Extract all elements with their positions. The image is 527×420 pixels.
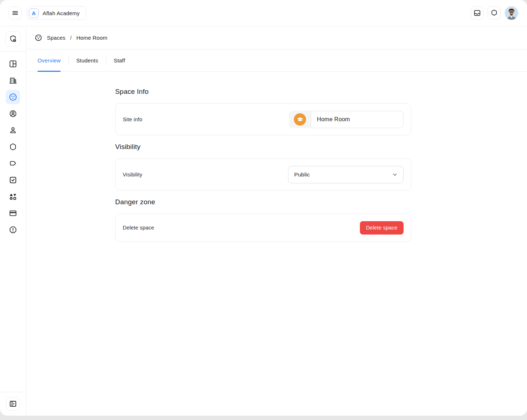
space-name-input[interactable] — [311, 111, 404, 128]
sidebar-item-spaces[interactable] — [6, 90, 20, 104]
graduation-cap-icon — [296, 115, 304, 123]
tab-students[interactable]: Students — [69, 49, 106, 71]
sidebar-item-tasks[interactable] — [6, 173, 20, 187]
topbar: A Aflah Academy — [0, 0, 527, 26]
space-emoji-badge — [294, 113, 306, 126]
delete-space-label: Delete space — [123, 225, 154, 231]
menu-button[interactable] — [9, 6, 22, 19]
sidebar-item-categories[interactable] — [6, 189, 20, 204]
visibility-selected-value: Public — [294, 171, 310, 178]
chevron-down-icon — [392, 171, 398, 178]
sidebar-item-programs[interactable] — [6, 140, 20, 154]
user-circle-icon — [9, 109, 17, 118]
org-logo: A — [29, 8, 39, 18]
sidebar-item-staff[interactable] — [6, 123, 20, 137]
spaces-icon — [8, 92, 18, 102]
sidebar-item-reports[interactable] — [6, 223, 20, 237]
notifications-button[interactable] — [488, 6, 501, 19]
breadcrumb-current: Home Room — [76, 35, 107, 41]
panel-expand-icon — [9, 399, 17, 408]
settings-content: Space Info Site info — [26, 72, 527, 416]
space-info-title: Space Info — [115, 88, 518, 96]
visibility-label: Visibility — [123, 172, 142, 178]
main-area: Spaces / Home Room Overview Students Sta… — [26, 26, 527, 416]
visibility-title: Visibility — [115, 143, 518, 151]
space-name-input-group — [289, 111, 404, 128]
task-checkbox-icon — [9, 176, 17, 184]
site-info-label: Site info — [123, 117, 142, 122]
tag-icon — [9, 159, 17, 168]
tabs: Overview Students Staff — [26, 49, 527, 72]
menu-icon — [12, 9, 19, 17]
hexagon-notifications-icon — [490, 9, 498, 17]
person-icon — [9, 126, 17, 135]
shapes-icon — [9, 192, 17, 201]
tab-overview[interactable]: Overview — [30, 49, 68, 71]
rail-nav — [6, 52, 20, 237]
layout-dashboard-icon — [9, 60, 17, 68]
tab-staff[interactable]: Staff — [106, 49, 133, 71]
visibility-select[interactable]: Public — [288, 166, 404, 183]
danger-zone-title: Danger zone — [115, 198, 518, 206]
org-switcher-button[interactable]: A Aflah Academy — [27, 6, 86, 20]
space-icon-button[interactable] — [289, 111, 311, 128]
collapse-sidebar-button[interactable] — [6, 397, 20, 411]
sidebar-item-billing[interactable] — [6, 206, 20, 220]
space-info-card: Site info — [115, 103, 411, 135]
spaces-icon — [34, 34, 43, 42]
building-icon — [9, 76, 17, 85]
danger-zone-card: Delete space Delete space — [115, 214, 411, 242]
delete-space-button[interactable]: Delete space — [360, 221, 404, 235]
shield-admin-icon — [9, 35, 17, 43]
app-window: A Aflah Academy — [0, 0, 527, 416]
topbar-right — [471, 6, 518, 20]
breadcrumb-separator: / — [70, 35, 71, 41]
user-avatar[interactable] — [505, 6, 518, 20]
admin-context-button[interactable] — [5, 31, 21, 47]
inbox-button[interactable] — [471, 6, 484, 19]
breadcrumb: Spaces / Home Room — [26, 26, 527, 49]
credit-card-icon — [9, 209, 17, 218]
visibility-card: Visibility Public — [115, 158, 411, 191]
shell: Spaces / Home Room Overview Students Sta… — [0, 26, 527, 416]
sidebar-rail — [0, 26, 26, 416]
alert-octagon-icon — [9, 226, 17, 234]
inbox-icon — [473, 9, 481, 17]
sidebar-item-dashboard[interactable] — [6, 57, 20, 71]
hexagon-icon — [9, 143, 17, 151]
sidebar-item-organization[interactable] — [6, 73, 20, 88]
org-logo-letter: A — [32, 10, 36, 16]
breadcrumb-spaces[interactable]: Spaces — [47, 35, 65, 41]
sidebar-item-tags[interactable] — [6, 156, 20, 171]
rail-bottom — [0, 392, 26, 416]
org-name: Aflah Academy — [43, 10, 80, 16]
sidebar-item-students[interactable] — [6, 106, 20, 121]
